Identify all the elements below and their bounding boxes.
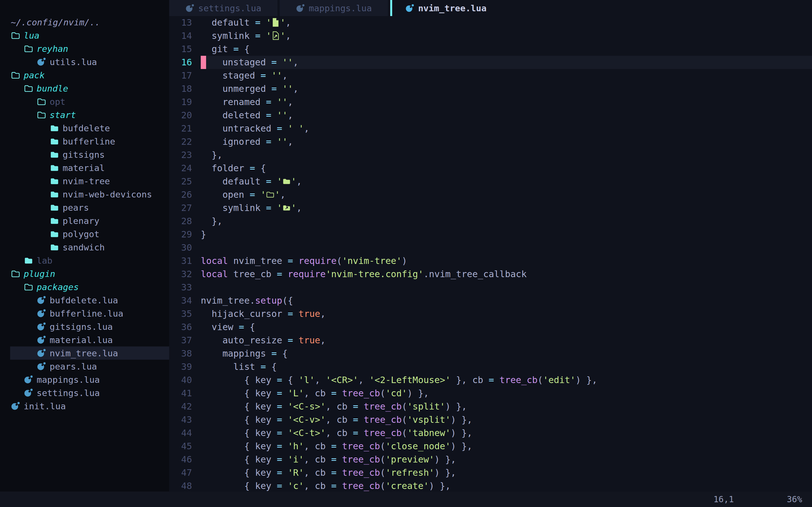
token	[271, 110, 276, 121]
code-line-48[interactable]: 48 { key = 'c', cb = tree_cb('create') }…	[169, 480, 812, 492]
tree-item-packages[interactable]: packages	[0, 280, 169, 293]
tree-item-utils.lua[interactable]: utils.lua	[0, 55, 169, 68]
tree-item-label: material	[63, 163, 105, 173]
tree-item-gitsigns[interactable]: gitsigns	[0, 148, 169, 161]
code-line-26[interactable]: 26 open = '',	[169, 188, 812, 202]
code-line-16[interactable]: 16 unstaged = '',	[169, 56, 812, 69]
tree-item-start[interactable]: start	[0, 108, 169, 121]
tree-item-bufdelete.lua[interactable]: bufdelete.lua	[0, 293, 169, 307]
code-line-24[interactable]: 24 folder = {	[169, 162, 812, 175]
token: =	[271, 348, 276, 359]
code-line-22[interactable]: 22 ignored = '',	[169, 135, 812, 149]
tree-item-bufdelete[interactable]: bufdelete	[0, 121, 169, 135]
tree-item-material[interactable]: material	[0, 161, 169, 174]
tree-item-init.lua[interactable]: init.lua	[0, 399, 169, 413]
token: 'cd'	[386, 388, 407, 399]
token: default	[201, 17, 255, 28]
tree-item-reyhan[interactable]: reyhan	[0, 42, 169, 55]
code-line-20[interactable]: 20 deleted = '',	[169, 109, 812, 122]
token: '	[291, 176, 296, 187]
tree-item-lua[interactable]: lua	[0, 29, 169, 42]
code-line-14[interactable]: 14 symlink = '',	[169, 29, 812, 43]
code-line-30[interactable]: 30	[169, 241, 812, 255]
tree-item-lab[interactable]: lab	[0, 254, 169, 267]
code-line-43[interactable]: 43 { key = '<C-v>', cb = tree_cb('vsplit…	[169, 413, 812, 427]
tab-nvim_tree.lua[interactable]: nvim_tree.lua	[392, 0, 500, 16]
code-line-19[interactable]: 19 renamed = '',	[169, 96, 812, 109]
token: ) },	[575, 375, 597, 385]
line-number: 13	[169, 16, 201, 29]
token: ,	[288, 136, 293, 147]
code-line-47[interactable]: 47 { key = 'R', cb = tree_cb('refresh') …	[169, 466, 812, 480]
code-line-31[interactable]: 31local nvim_tree = require('nvim-tree')	[169, 255, 812, 268]
tree-item-nvim-web-devicons[interactable]: nvim-web-devicons	[0, 187, 169, 201]
code-line-37[interactable]: 37 auto_resize = true,	[169, 334, 812, 347]
tree-item-gitsigns.lua[interactable]: gitsigns.lua	[0, 320, 169, 333]
code-line-17[interactable]: 17 staged = '',	[169, 69, 812, 82]
statusline: 16,1 36%	[0, 492, 812, 507]
token: 'nvim-tree.config'	[326, 269, 423, 279]
line-number: 30	[169, 241, 201, 255]
tree-item-opt[interactable]: opt	[0, 95, 169, 108]
folder-icon	[50, 150, 59, 159]
tree-item-label: gitsigns	[63, 150, 105, 160]
code-line-13[interactable]: 13 default = '',	[169, 16, 812, 29]
tree-item-settings.lua[interactable]: settings.lua	[0, 386, 169, 399]
code-line-18[interactable]: 18 unmerged = '',	[169, 82, 812, 96]
tree-item-bundle[interactable]: bundle	[0, 82, 169, 95]
tree-item-bufferline.lua[interactable]: bufferline.lua	[0, 307, 169, 320]
line-number: 35	[169, 307, 201, 321]
tree-item-nvim-tree.lua[interactable]: nvim_tree.lua	[10, 346, 169, 360]
tab-mappings.lua[interactable]: mappings.lua	[280, 0, 388, 16]
code-line-15[interactable]: 15 git = {	[169, 43, 812, 56]
token: (	[380, 481, 386, 491]
tree-item-polygot[interactable]: polygot	[0, 227, 169, 240]
token	[260, 31, 266, 41]
code-line-38[interactable]: 38 mappings = {	[169, 347, 812, 360]
tree-item-mappings.lua[interactable]: mappings.lua	[0, 373, 169, 386]
folder-open-icon	[11, 70, 20, 80]
code-line-29[interactable]: 29}	[169, 228, 812, 241]
tree-item--.config-nvim-..[interactable]: ~/.config/nvim/..	[0, 15, 169, 29]
folder-icon	[50, 216, 59, 225]
code-line-45[interactable]: 45 { key = 'h', cb = tree_cb('close_node…	[169, 440, 812, 453]
code-line-42[interactable]: 42 { key = '<C-s>', cb = tree_cb('split'…	[169, 400, 812, 413]
token: (	[538, 375, 543, 385]
code-line-23[interactable]: 23 },	[169, 149, 812, 162]
code-line-41[interactable]: 41 { key = 'L', cb = tree_cb('cd') },	[169, 387, 812, 400]
tree-item-pears[interactable]: pears	[0, 201, 169, 214]
code-line-25[interactable]: 25 default = '',	[169, 175, 812, 188]
folder-symlink-icon	[283, 203, 291, 212]
tree-item-nvim-tree[interactable]: nvim-tree	[0, 174, 169, 187]
code-buffer[interactable]: 13 default = '',14 symlink = '',15 git =…	[169, 16, 812, 492]
token: { key	[201, 467, 277, 478]
line-content: renamed = '',	[201, 96, 812, 109]
tree-item-label: bufferline.lua	[50, 308, 123, 319]
tree-item-material.lua[interactable]: material.lua	[0, 333, 169, 346]
code-line-39[interactable]: 39 list = {	[169, 360, 812, 374]
code-line-28[interactable]: 28 },	[169, 215, 812, 228]
code-line-35[interactable]: 35 hijack_cursor = true,	[169, 307, 812, 321]
token: =	[277, 375, 282, 385]
token: 'preview'	[386, 454, 434, 465]
tab-settings.lua[interactable]: settings.lua	[169, 0, 277, 16]
code-line-33[interactable]: 33	[169, 281, 812, 294]
code-line-46[interactable]: 46 { key = 'i', cb = tree_cb('preview') …	[169, 453, 812, 466]
token: }, cb	[451, 375, 489, 385]
code-line-36[interactable]: 36 view = {	[169, 321, 812, 334]
token: '<C-v>'	[288, 414, 326, 425]
token: =	[250, 189, 255, 200]
tree-item-plugin[interactable]: plugin	[0, 267, 169, 280]
tree-item-plenary[interactable]: plenary	[0, 214, 169, 227]
tree-item-pack[interactable]: pack	[0, 68, 169, 82]
code-line-34[interactable]: 34nvim_tree.setup({	[169, 294, 812, 307]
code-line-27[interactable]: 27 symlink = '',	[169, 202, 812, 215]
tree-item-bufferline[interactable]: bufferline	[0, 135, 169, 148]
code-line-21[interactable]: 21 untracked = ' ',	[169, 122, 812, 135]
tree-item-sandwich[interactable]: sandwich	[0, 240, 169, 254]
code-line-32[interactable]: 32local tree_cb = require'nvim-tree.conf…	[169, 268, 812, 281]
tree-item-pears.lua[interactable]: pears.lua	[0, 360, 169, 373]
code-line-44[interactable]: 44 { key = '<C-t>', cb = tree_cb('tabnew…	[169, 427, 812, 440]
code-line-40[interactable]: 40 { key = { 'l', '<CR>', '<2-LeftMouse>…	[169, 374, 812, 387]
line-content: { key = '<C-t>', cb = tree_cb('tabnew') …	[201, 427, 812, 440]
